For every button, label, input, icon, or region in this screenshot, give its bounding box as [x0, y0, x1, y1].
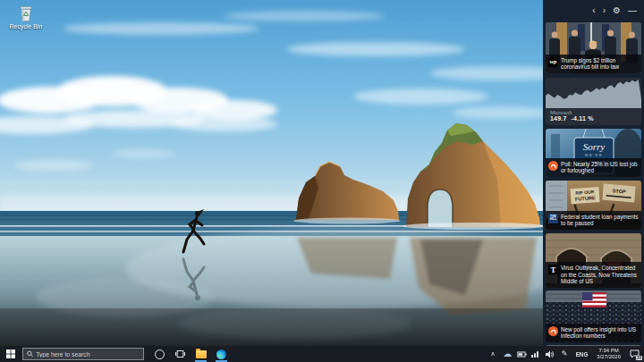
cortana-icon — [155, 349, 165, 359]
card-caption: T Virus Outbreak, Concentrated on the Co… — [546, 262, 641, 288]
clock-time: 7:34 PM — [598, 348, 618, 354]
recycle-bin-glyph — [17, 4, 35, 22]
news-card-virus-outbreak[interactable]: T Virus Outbreak, Concentrated on the Co… — [546, 233, 641, 288]
card-caption: wp Trump signs $2 trillion coronavirus b… — [546, 55, 641, 73]
stock-card-microsoft[interactable]: Microsoft 149.7-4.11 % — [546, 78, 641, 125]
headline-text: Poll: Nearly 25% in US lost job or furlo… — [561, 161, 639, 174]
recycle-bin-icon[interactable]: Recycle Bin — [5, 4, 47, 29]
clock-date: 3/27/2020 — [597, 354, 621, 360]
news-card-trump-bill[interactable]: wp Trump signs $2 trillion coronavirus b… — [546, 22, 641, 73]
edge-browser-icon — [216, 349, 226, 359]
edge-button[interactable] — [211, 346, 232, 362]
notification-badge: 30 — [636, 356, 642, 360]
headline-text: Virus Outbreak, Concentrated on the Coas… — [561, 265, 639, 285]
new-york-times-logo: T — [548, 265, 558, 274]
stock-change: -4.11 % — [572, 115, 594, 122]
news-source-logo — [548, 326, 558, 336]
show-hidden-icons-chevron[interactable]: ∧ — [488, 349, 498, 359]
washington-post-logo: wp — [548, 57, 558, 67]
headline-text: Federal student loan payments to be paus… — [561, 214, 639, 227]
stock-meta: Microsoft 149.7-4.11 % — [550, 110, 594, 122]
file-explorer-icon — [196, 350, 207, 358]
news-card-infection-poll[interactable]: New poll offers insight into US infectio… — [546, 290, 641, 342]
card-caption: Poll: Nearly 25% in US lost job or furlo… — [546, 158, 641, 177]
news-source-logo — [548, 161, 558, 171]
windows-logo-icon — [6, 349, 15, 358]
network-icon[interactable] — [531, 349, 541, 359]
onedrive-icon[interactable]: ☁ — [503, 349, 513, 359]
language-indicator[interactable]: ENG — [574, 351, 590, 358]
task-view-icon — [175, 349, 185, 358]
task-view-button[interactable] — [170, 346, 191, 362]
stock-price: 149.7 — [550, 115, 567, 122]
card-caption: THEHILL Federal student loan payments to… — [546, 211, 641, 230]
stock-sparkline-chart — [546, 78, 641, 108]
cortana-button[interactable] — [149, 346, 170, 362]
news-card-jobs-poll[interactable]: Sorry WE'RE CLOSED Poll: Nearly 25% in U… — [546, 129, 641, 177]
start-button[interactable] — [0, 346, 21, 362]
headline-text: Trump signs $2 trillion coronavirus bill… — [561, 57, 639, 71]
news-card-student-loans[interactable]: RIP OUR FUTURE STOP THEHILL Federal stud… — [546, 181, 641, 230]
action-center-button[interactable]: 30 — [628, 348, 641, 360]
card-caption: New poll offers insight into US infectio… — [546, 324, 641, 342]
windows-ink-pen-icon[interactable]: ✎ — [560, 349, 570, 359]
forward-icon[interactable]: › — [603, 6, 606, 15]
search-icon — [27, 350, 33, 358]
back-icon[interactable]: ‹ — [592, 6, 595, 15]
news-feed-header: ‹ › ⚙ — — [543, 0, 644, 19]
news-feed-sidebar: ‹ › ⚙ — — [543, 0, 644, 362]
battery-icon[interactable] — [517, 349, 527, 359]
headline-text: New poll offers insight into US infectio… — [561, 326, 639, 340]
svg-text:WE'RE: WE'RE — [585, 153, 603, 157]
the-hill-logo: THEHILL — [548, 214, 558, 223]
settings-gear-icon[interactable]: ⚙ — [613, 6, 621, 15]
taskbar-clock[interactable]: 7:34 PM 3/27/2020 — [594, 348, 623, 360]
volume-icon[interactable] — [546, 349, 555, 359]
search-input[interactable] — [36, 351, 140, 358]
file-explorer-button[interactable] — [191, 346, 211, 362]
minimize-icon[interactable]: — — [628, 6, 637, 15]
recycle-bin-label: Recycle Bin — [10, 23, 43, 29]
taskbar: ∧ ☁ ✎ ENG 7:34 PM 3/27/2020 30 — [0, 346, 644, 362]
system-tray: ∧ ☁ ✎ ENG 7:34 PM 3/27/2020 30 — [488, 348, 644, 360]
taskbar-search-box[interactable] — [22, 348, 144, 360]
svg-text:Sorry: Sorry — [583, 141, 606, 152]
